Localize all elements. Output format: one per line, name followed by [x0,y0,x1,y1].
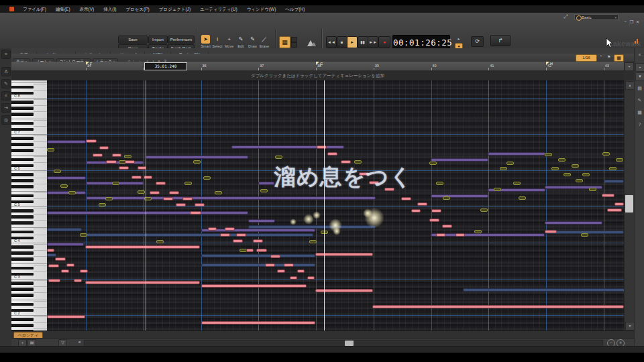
snap-option-button[interactable] [291,42,297,48]
help-icon[interactable]: ? [636,121,643,128]
midi-note-pad[interactable] [47,191,86,194]
browser-icon[interactable]: ▤ [636,84,643,92]
midi-note-melody[interactable] [48,279,60,282]
midi-note-pad[interactable] [47,140,86,143]
midi-note-melody[interactable] [233,239,243,243]
midi-note-melody[interactable] [284,263,294,267]
select-tool-icon[interactable]: I [213,35,222,44]
black-key[interactable] [11,86,34,89]
black-key[interactable] [11,288,34,291]
midi-note-muted[interactable] [47,228,82,231]
punch-in-button[interactable]: ▸ [455,36,462,42]
edit-tool-icon[interactable]: ✎ [237,35,246,44]
midi-note-pad[interactable] [545,221,602,225]
midi-note-melody[interactable] [47,315,85,318]
draw-tool-icon[interactable]: ✎ [248,35,257,44]
zoom-in-vertical-button[interactable]: + [625,62,634,71]
midi-note-melody[interactable] [220,233,230,237]
midi-note-accent[interactable] [105,197,113,200]
midi-note-melody[interactable] [48,264,59,267]
midi-note-accent[interactable] [500,167,507,170]
play-button[interactable]: ► [347,36,358,48]
midi-note-melody[interactable] [55,257,66,261]
black-key[interactable] [11,173,34,176]
black-key[interactable] [11,107,34,110]
snap-grid-icon[interactable]: ▦ [279,36,290,48]
midi-note-accent[interactable] [47,148,54,152]
playhead-line[interactable] [146,80,146,330]
midi-note-melody[interactable] [131,176,142,179]
scroll-up-button[interactable]: ▲ [625,81,635,90]
smart-tool-icon[interactable]: ➤ [201,35,210,44]
tool-edit[interactable]: ✎Edit [235,35,247,48]
midi-note-melody[interactable] [253,239,263,243]
flag-icon[interactable]: ⚑ [607,54,610,59]
black-key[interactable] [11,273,34,276]
midi-note-accent[interactable] [576,179,583,182]
midi-note-melody[interactable] [156,182,166,185]
midi-note-accent[interactable] [581,233,588,237]
midi-note-melody[interactable] [401,197,411,200]
midi-note-accent[interactable] [156,240,164,243]
scroll-left-button[interactable]: ◄ [77,340,81,344]
menu-item[interactable]: ユーティリティ(U) [195,5,241,13]
midi-note-melody[interactable] [236,233,246,237]
menu-item[interactable]: ファイル(F) [18,5,51,13]
midi-note-melody[interactable] [99,146,109,149]
erase-tool-icon[interactable]: ／ [260,35,269,44]
midi-note-accent[interactable] [443,196,450,200]
midi-note-melody[interactable] [277,269,285,273]
export-button[interactable]: ↱ [490,35,511,46]
midi-note-accent[interactable] [551,167,559,170]
midi-note-melody[interactable] [163,197,173,200]
midi-note-accent[interactable] [309,240,317,243]
midi-note-melody[interactable] [182,197,193,200]
tool-move[interactable]: +Move [223,35,235,48]
midi-note-accent[interactable] [275,156,282,159]
midi-note-melody[interactable] [429,219,439,222]
midi-note-accent[interactable] [513,182,521,185]
tool-draw[interactable]: ✎Draw [247,35,258,48]
midi-note-melody[interactable] [169,191,179,194]
midi-note-melody[interactable] [176,203,186,206]
midi-note-muted[interactable] [201,263,315,267]
menu-item[interactable]: 編集(E) [51,5,75,13]
midi-note-accent[interactable] [494,188,501,191]
menu-item[interactable]: 表示(V) [75,5,99,13]
midi-note-melody[interactable] [297,269,305,273]
scroll-down-button[interactable]: ▼ [625,322,635,330]
midi-note-accent[interactable] [572,164,579,168]
midi-note-accent[interactable] [545,153,552,156]
midi-note-melody[interactable] [201,284,307,288]
app-icon[interactable] [9,7,14,11]
midi-note-muted[interactable] [604,180,624,183]
midi-note-accent[interactable] [260,189,268,192]
midi-note-muted[interactable] [248,225,376,229]
grid-icon[interactable]: ▦ [636,109,643,116]
midi-note-melody[interactable] [436,233,445,237]
midi-note-accent[interactable] [582,173,590,176]
section-marker-flag[interactable] [316,62,319,65]
snap-toggle-icon[interactable]: ◔ [599,54,602,58]
black-key[interactable] [11,237,34,240]
midi-note-accent[interactable] [138,190,145,194]
menu-item[interactable]: プロセス(P) [121,5,154,13]
midi-note-melody[interactable] [195,203,205,206]
midi-note-pad[interactable] [431,158,488,162]
now-time-box[interactable]: 35:01:240 [144,62,187,70]
black-key[interactable] [11,267,34,270]
midi-note-accent[interactable] [480,208,488,212]
midi-note-melody[interactable] [431,209,441,213]
black-key[interactable] [11,251,34,255]
midi-note-accent[interactable] [112,182,119,185]
midi-note-melody[interactable] [545,230,557,233]
vertical-scrollbar[interactable]: ▲ ▼ [624,80,634,330]
section-marker-flag[interactable] [86,62,89,65]
black-key[interactable] [11,179,34,182]
black-key[interactable] [11,257,34,261]
menu-item[interactable]: ヘルプ(H) [280,5,309,13]
restore-button[interactable]: ❐ [629,19,635,25]
articulation-lane[interactable]: ダブルクリックまたはドラッグしてアーティキュレーションを追加 [11,70,624,81]
time-ruler[interactable]: 35:01:240 34F363738G39404142H43 [11,62,624,71]
midi-note-pad[interactable] [488,152,545,156]
